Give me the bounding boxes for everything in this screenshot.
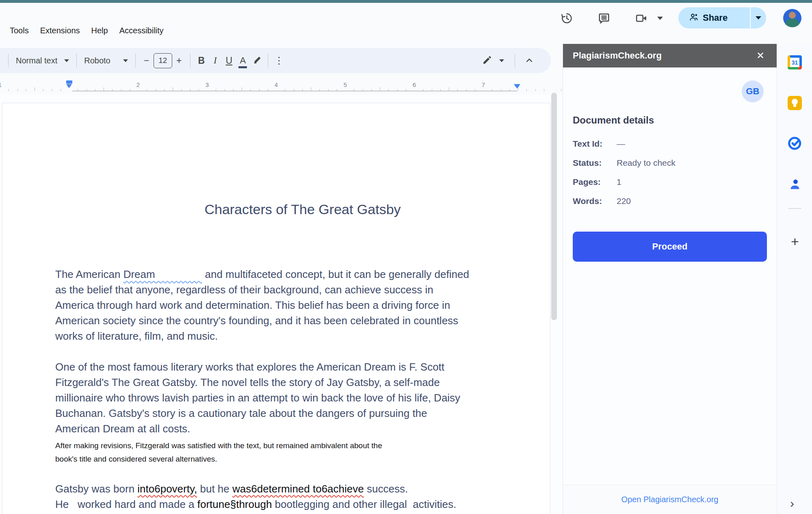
text-color-button[interactable]: A [236,52,250,69]
paragraph[interactable]: One of the most famous literary works th… [55,359,550,436]
paragraph[interactable]: The American Dream and multifaceted conc… [55,267,550,344]
chevron-down-icon [123,59,128,62]
proceed-button[interactable]: Proceed [573,232,767,262]
ruler-margin-line [72,91,517,91]
side-panel-collapse-icon[interactable]: › [790,497,794,510]
keep-icon[interactable] [788,96,802,111]
right-indent-marker[interactable] [514,84,520,89]
ruler-tick [371,89,372,91]
document-page[interactable]: Characters of The Great Gatsby The Ameri… [2,103,550,514]
font-size-input[interactable]: 12 [154,53,172,68]
addon-footer: Open PlagiarismCheck.org [563,485,777,514]
ruler-tick [380,87,380,91]
ruler-tick [432,89,432,91]
paragraph[interactable]: Gatsby was born into6poverty, but he was… [55,481,550,514]
text-run: The American [55,268,123,280]
ruler-tick [449,87,449,91]
ruler-tick [526,89,527,91]
bold-button[interactable]: B [195,52,208,69]
addon-header: PlagiarismCheck.org ✕ [563,44,777,67]
ruler-number: 7 [482,81,485,88]
share-label: Share [703,13,728,23]
detail-value: Ready to check [617,158,676,168]
detail-row-words: Words: 220 [573,196,768,206]
editing-mode-select[interactable] [479,55,507,67]
section-title: Document details [573,115,654,126]
toolbar: Normal text Roboto − 12 + B I U A ⋮ [0,48,551,73]
italic-button[interactable]: I [208,52,222,69]
document-text[interactable]: Characters of The Great Gatsby The Ameri… [55,169,550,514]
detail-label: Status: [573,158,617,168]
ruler-tick [164,89,165,91]
underline-button[interactable]: U [222,52,236,69]
ruler-tick [26,89,26,91]
document-canvas: Characters of The Great Gatsby The Ameri… [0,94,563,514]
ruler-tick [544,89,544,91]
ruler-tick [406,89,406,91]
editing-mode-icon [482,55,492,67]
ruler-tick [294,89,294,91]
ruler-tick [535,89,536,91]
text-run: but he [197,483,232,495]
share-button[interactable]: Share [678,7,766,28]
vertical-scrollbar[interactable] [551,93,557,320]
tasks-icon[interactable] [788,136,802,150]
ruler-number: 1 [67,81,71,88]
highlight-icon[interactable] [250,52,264,69]
comments-icon[interactable] [595,9,613,28]
paragraph-style-select[interactable]: Normal text [13,56,72,65]
calendar-icon[interactable]: 31 [788,55,802,70]
ruler-tick [190,89,191,91]
ruler-tick [130,89,130,91]
browser-theme-strip [0,0,812,3]
contacts-icon[interactable] [788,177,802,192]
ruler-tick [457,89,458,91]
font-select[interactable]: Roboto [81,56,131,65]
ruler-tick [199,89,199,91]
version-history-icon[interactable] [557,9,576,28]
ruler-tick [328,89,329,91]
font-size-decrease-button[interactable]: − [140,52,154,69]
rail-divider [788,208,801,209]
paragraph-style-value: Normal text [16,56,57,65]
ruler-tick [147,89,147,91]
ruler-tick [302,89,303,91]
text-run: After making revisions, Fitzgerald was s… [55,441,382,463]
meet-icon[interactable] [632,9,651,28]
ruler-number: 3 [206,81,209,88]
ruler-tick [61,89,61,91]
text-run: into6poverty, [137,483,197,495]
detail-value: — [617,139,625,149]
detail-value: 220 [617,196,631,206]
ruler-tick [233,89,234,91]
ruler-tick [112,89,113,91]
menu-extensions[interactable]: Extensions [35,22,86,39]
add-addon-icon[interactable]: + [788,234,802,249]
meet-dropdown-icon[interactable] [653,9,667,28]
detail-value: 1 [617,177,621,187]
share-person-icon [689,12,699,24]
menu-tools[interactable]: Tools [4,22,35,39]
detail-row-pages: Pages: 1 [573,177,768,187]
font-size-increase-button[interactable]: + [172,52,186,69]
paragraph[interactable]: After making revisions, Fitzgerald was s… [55,439,550,466]
text-run: Gatsby was born [55,483,137,495]
detail-label: Words: [573,196,617,206]
detail-label: Pages: [573,177,617,187]
menu-accessibility[interactable]: Accessibility [114,22,169,39]
share-dropdown-icon[interactable] [751,7,766,28]
text-run [155,268,202,280]
document-title[interactable]: Characters of The Great Gatsby [55,200,550,218]
menu-help[interactable]: Help [86,22,114,39]
addon-title: PlagiarismCheck.org [573,50,662,61]
toolbar-overflow-button[interactable]: ⋮ [272,52,286,69]
close-icon[interactable]: ✕ [751,44,769,67]
account-avatar[interactable] [783,9,801,27]
text-run: One of the most famous literary works th… [55,361,460,435]
ruler-tick [268,89,268,91]
ruler[interactable]: 11234567 [0,80,563,94]
ruler-tick [354,89,354,91]
collapse-toolbar-icon[interactable] [522,52,536,69]
ruler-tick [78,89,78,91]
open-plagiarismcheck-link[interactable]: Open PlagiarismCheck.org [621,495,719,504]
